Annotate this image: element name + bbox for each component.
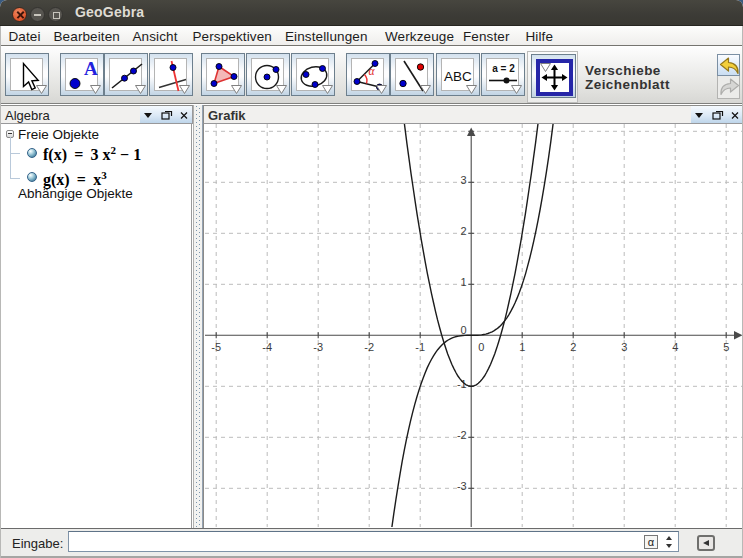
svg-text:-5: -5 [211, 341, 221, 353]
svg-text:2: 2 [461, 225, 467, 237]
svg-text:2: 2 [570, 341, 576, 353]
svg-text:A: A [84, 60, 98, 79]
svg-text:-1: -1 [415, 341, 425, 353]
svg-text:0: 0 [478, 341, 484, 353]
svg-text:1: 1 [461, 276, 467, 288]
svg-text:4: 4 [672, 341, 678, 353]
svg-text:-2: -2 [364, 341, 374, 353]
svg-text:1: 1 [519, 341, 525, 353]
svg-text:5: 5 [723, 341, 729, 353]
svg-text:ABC: ABC [444, 69, 472, 84]
svg-text:0: 0 [461, 324, 467, 336]
svg-text:-3: -3 [313, 341, 323, 353]
svg-text:-3: -3 [457, 480, 467, 492]
svg-text:-2: -2 [457, 429, 467, 441]
svg-text:3: 3 [621, 341, 627, 353]
svg-text:a = 2: a = 2 [492, 63, 515, 74]
svg-text:-4: -4 [262, 341, 272, 353]
svg-text:3: 3 [461, 174, 467, 186]
